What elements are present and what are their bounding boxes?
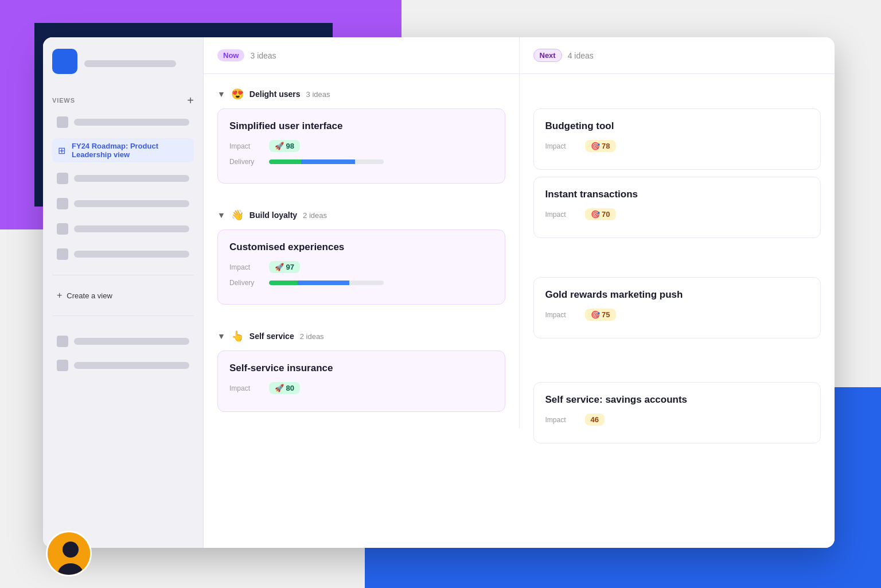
views-label: VIEWS bbox=[52, 97, 75, 104]
avatar-circle bbox=[48, 532, 92, 577]
sidebar-item-bar-3 bbox=[74, 200, 189, 207]
sidebar-item-icon-3 bbox=[57, 198, 68, 209]
sidebar-item-bar-2 bbox=[74, 175, 189, 182]
delivery-green-1 bbox=[269, 159, 301, 164]
create-view-button[interactable]: + Create a view bbox=[52, 287, 194, 304]
impact-badge-7: 46 bbox=[585, 414, 605, 426]
now-column: ▼ 😍 Delight users 3 ideas Simplified use… bbox=[204, 74, 520, 428]
now-badge: Now bbox=[217, 49, 244, 61]
svg-point-1 bbox=[63, 542, 79, 558]
card-gold-rewards[interactable]: Gold rewards marketing push Impact 🎯 75 bbox=[533, 277, 821, 338]
sidebar-item-icon-6 bbox=[57, 336, 68, 347]
sidebar-item-4[interactable] bbox=[52, 220, 194, 238]
next-spacing-2 bbox=[533, 359, 821, 382]
now-count: 3 ideas bbox=[250, 51, 276, 60]
impact-badge-6: 🎯 75 bbox=[585, 309, 616, 321]
card-gold-rewards-impact-row: Impact 🎯 75 bbox=[545, 309, 809, 321]
views-add-button[interactable]: + bbox=[187, 95, 194, 106]
card-budgeting-tool[interactable]: Budgeting tool Impact 🎯 78 bbox=[533, 108, 821, 170]
next-gap-1 bbox=[533, 245, 821, 259]
sidebar-item-active[interactable]: ⊞ FY24 Roadmap: Product Leadership view bbox=[52, 138, 194, 162]
sidebar-item-icon-4 bbox=[57, 223, 68, 235]
impact-label-2: Impact bbox=[229, 263, 261, 271]
sidebar-logo-placeholder bbox=[84, 60, 176, 67]
sidebar-item-bar-5 bbox=[74, 251, 189, 258]
sidebar-bottom-items bbox=[52, 332, 194, 375]
next-badge: Next bbox=[533, 49, 562, 62]
card-self-service-insurance[interactable]: Self-service insurance Impact 🚀 80 bbox=[217, 351, 505, 412]
delight-chevron-icon[interactable]: ▼ bbox=[217, 89, 225, 99]
card-self-service-insurance-title: Self-service insurance bbox=[229, 363, 493, 374]
self-service-title: Self service bbox=[250, 332, 294, 341]
card-simplified-ui-impact-row: Impact 🚀 98 bbox=[229, 140, 493, 152]
loyalty-chevron-icon[interactable]: ▼ bbox=[217, 211, 225, 220]
impact-label-7: Impact bbox=[545, 416, 577, 424]
delivery-bar-2 bbox=[269, 281, 384, 285]
card-simplified-ui[interactable]: Simplified user interface Impact 🚀 98 De… bbox=[217, 108, 505, 184]
sidebar-item-6[interactable] bbox=[52, 332, 194, 351]
card-gold-rewards-title: Gold rewards marketing push bbox=[545, 289, 809, 301]
sidebar-item-icon-2 bbox=[57, 173, 68, 184]
sidebar-item-icon-1 bbox=[57, 116, 68, 128]
delight-count: 3 ideas bbox=[306, 90, 330, 99]
impact-badge-5: 🚀 80 bbox=[269, 382, 300, 394]
delight-emoji: 😍 bbox=[231, 88, 244, 100]
delivery-bar-1 bbox=[269, 159, 384, 164]
next-spacing-1 bbox=[533, 259, 821, 277]
card-self-service-savings[interactable]: Self service: savings accounts Impact 46 bbox=[533, 382, 821, 443]
card-self-service-insurance-impact-row: Impact 🚀 80 bbox=[229, 382, 493, 394]
sidebar-item-1[interactable] bbox=[52, 113, 194, 131]
card-self-service-savings-title: Self service: savings accounts bbox=[545, 394, 809, 406]
sidebar-item-5[interactable] bbox=[52, 245, 194, 263]
sidebar-item-2[interactable] bbox=[52, 169, 194, 188]
delivery-blue-1 bbox=[301, 159, 355, 164]
col-header-next: Next 4 ideas bbox=[520, 37, 835, 73]
sidebar-item-bar-4 bbox=[74, 225, 189, 232]
delight-title: Delight users bbox=[250, 89, 301, 99]
next-count: 4 ideas bbox=[568, 51, 594, 60]
card-self-service-savings-impact-row: Impact 46 bbox=[545, 414, 809, 426]
self-service-chevron-icon[interactable]: ▼ bbox=[217, 332, 225, 341]
card-instant-transactions-impact-row: Impact 🎯 70 bbox=[545, 208, 809, 220]
delivery-green-2 bbox=[269, 281, 298, 285]
avatar-svg bbox=[48, 532, 92, 577]
card-customised-exp[interactable]: Customised experiences Impact 🚀 97 Deliv… bbox=[217, 229, 505, 305]
col-header-now: Now 3 ideas bbox=[204, 37, 520, 73]
next-column: ▼ 😍 Delight users 3 ideas Budgeting tool… bbox=[520, 74, 835, 460]
loyalty-emoji: 👋 bbox=[231, 209, 244, 221]
impact-label-3: Impact bbox=[545, 142, 577, 150]
create-view-label: Create a view bbox=[67, 291, 112, 300]
self-service-count: 2 ideas bbox=[300, 332, 324, 341]
impact-label-6: Impact bbox=[545, 311, 577, 319]
card-customised-exp-impact-row: Impact 🚀 97 bbox=[229, 261, 493, 273]
group-gap-loyalty bbox=[217, 190, 505, 204]
impact-badge-1: 🚀 98 bbox=[269, 140, 300, 152]
sidebar-item-3[interactable] bbox=[52, 194, 194, 213]
sidebar-item-bar-6 bbox=[74, 338, 189, 345]
main-window: VIEWS + ⊞ FY24 Roadmap: Product Leadersh… bbox=[43, 37, 835, 548]
next-gap-2 bbox=[533, 345, 821, 359]
sidebar-item-icon-5 bbox=[57, 248, 68, 260]
impact-badge-4: 🎯 70 bbox=[585, 208, 616, 220]
card-instant-transactions-title: Instant transactions bbox=[545, 189, 809, 200]
columns-header: Now 3 ideas Next 4 ideas bbox=[204, 37, 835, 74]
sidebar-item-7[interactable] bbox=[52, 356, 194, 375]
columns-body: ▼ 😍 Delight users 3 ideas Simplified use… bbox=[204, 74, 835, 460]
delivery-blue-2 bbox=[298, 281, 349, 285]
sidebar: VIEWS + ⊞ FY24 Roadmap: Product Leadersh… bbox=[43, 37, 204, 548]
card-customised-exp-delivery-row: Delivery bbox=[229, 279, 493, 287]
sidebar-views-header: VIEWS + bbox=[52, 95, 194, 106]
create-view-plus-icon: + bbox=[57, 290, 62, 301]
card-budgeting-tool-title: Budgeting tool bbox=[545, 120, 809, 132]
group-header-loyalty-now: ▼ 👋 Build loyalty 2 ideas bbox=[217, 209, 505, 221]
card-instant-transactions[interactable]: Instant transactions Impact 🎯 70 bbox=[533, 177, 821, 238]
delivery-label-2: Delivery bbox=[229, 279, 261, 287]
avatar bbox=[46, 531, 92, 577]
sidebar-item-icon-7 bbox=[57, 360, 68, 371]
impact-badge-3: 🎯 78 bbox=[585, 140, 616, 152]
loyalty-count: 2 ideas bbox=[303, 211, 327, 220]
card-simplified-ui-delivery-row: Delivery bbox=[229, 158, 493, 166]
card-budgeting-tool-impact-row: Impact 🎯 78 bbox=[545, 140, 809, 152]
delivery-label-1: Delivery bbox=[229, 158, 261, 166]
impact-badge-2: 🚀 97 bbox=[269, 261, 300, 273]
